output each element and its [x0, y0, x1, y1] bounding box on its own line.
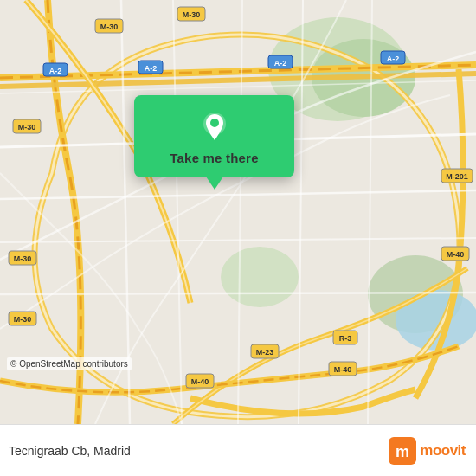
- moovit-logo: m moovit: [389, 437, 466, 465]
- map-container: M-30 M-30 M-30 M-30 M-30 A-2 A-2 A-2 A-2…: [0, 0, 476, 424]
- popup-card[interactable]: Take me there: [134, 95, 294, 177]
- moovit-brand-icon: m: [389, 437, 416, 465]
- location-pin-icon: [198, 111, 231, 144]
- svg-text:M-30: M-30: [183, 10, 201, 19]
- moovit-text: moovit: [420, 442, 466, 460]
- bottom-bar: Tecnigraab Cb, Madrid m moovit: [0, 424, 476, 476]
- svg-text:A-2: A-2: [145, 64, 158, 73]
- svg-text:A-2: A-2: [387, 55, 400, 63]
- svg-text:M-30: M-30: [100, 23, 119, 31]
- svg-text:M-40: M-40: [334, 365, 352, 374]
- popup-label: Take me there: [170, 151, 258, 165]
- svg-text:m: m: [396, 443, 409, 460]
- location-text: Tecnigraab Cb, Madrid: [9, 444, 131, 458]
- svg-text:M-40: M-40: [447, 250, 465, 259]
- svg-text:R-3: R-3: [339, 334, 352, 343]
- svg-text:A-2: A-2: [49, 67, 62, 75]
- svg-text:M-40: M-40: [191, 377, 209, 386]
- svg-point-3: [221, 247, 299, 307]
- svg-text:M-23: M-23: [256, 348, 274, 357]
- svg-text:M-30: M-30: [14, 254, 32, 263]
- svg-text:M-30: M-30: [14, 315, 32, 324]
- svg-point-51: [210, 119, 219, 127]
- svg-point-5: [396, 290, 476, 351]
- map-attribution: © OpenStreetMap contributors: [7, 357, 132, 370]
- svg-text:M-30: M-30: [18, 123, 36, 132]
- svg-text:M-201: M-201: [446, 172, 468, 181]
- svg-text:A-2: A-2: [274, 59, 287, 68]
